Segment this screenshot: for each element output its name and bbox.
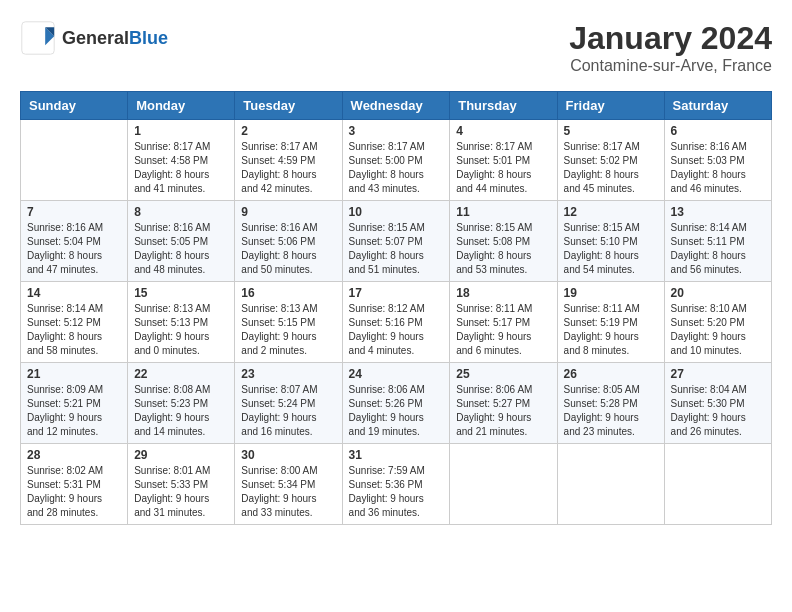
day-number: 17 (349, 286, 444, 300)
day-number: 31 (349, 448, 444, 462)
day-info: Sunrise: 7:59 AM Sunset: 5:36 PM Dayligh… (349, 464, 444, 520)
day-number: 21 (27, 367, 121, 381)
day-number: 8 (134, 205, 228, 219)
day-info: Sunrise: 8:14 AM Sunset: 5:12 PM Dayligh… (27, 302, 121, 358)
weekday-header-monday: Monday (128, 92, 235, 120)
day-info: Sunrise: 8:06 AM Sunset: 5:27 PM Dayligh… (456, 383, 550, 439)
logo-text: GeneralBlue (62, 28, 168, 49)
day-info: Sunrise: 8:08 AM Sunset: 5:23 PM Dayligh… (134, 383, 228, 439)
calendar-day-17: 17Sunrise: 8:12 AM Sunset: 5:16 PM Dayli… (342, 282, 450, 363)
calendar-day-31: 31Sunrise: 7:59 AM Sunset: 5:36 PM Dayli… (342, 444, 450, 525)
day-number: 12 (564, 205, 658, 219)
day-number: 14 (27, 286, 121, 300)
day-info: Sunrise: 8:16 AM Sunset: 5:03 PM Dayligh… (671, 140, 765, 196)
day-number: 1 (134, 124, 228, 138)
weekday-header-wednesday: Wednesday (342, 92, 450, 120)
day-info: Sunrise: 8:16 AM Sunset: 5:04 PM Dayligh… (27, 221, 121, 277)
calendar-day-11: 11Sunrise: 8:15 AM Sunset: 5:08 PM Dayli… (450, 201, 557, 282)
day-info: Sunrise: 8:16 AM Sunset: 5:06 PM Dayligh… (241, 221, 335, 277)
logo: GeneralBlue (20, 20, 168, 56)
logo-blue: Blue (129, 28, 168, 48)
location-title: Contamine-sur-Arve, France (569, 57, 772, 75)
day-number: 5 (564, 124, 658, 138)
calendar-empty-cell (21, 120, 128, 201)
day-info: Sunrise: 8:14 AM Sunset: 5:11 PM Dayligh… (671, 221, 765, 277)
calendar-empty-cell (450, 444, 557, 525)
day-number: 19 (564, 286, 658, 300)
day-number: 2 (241, 124, 335, 138)
page-header: GeneralBlue January 2024 Contamine-sur-A… (20, 20, 772, 75)
calendar-day-30: 30Sunrise: 8:00 AM Sunset: 5:34 PM Dayli… (235, 444, 342, 525)
calendar-empty-cell (664, 444, 771, 525)
day-number: 10 (349, 205, 444, 219)
calendar-week-row: 7Sunrise: 8:16 AM Sunset: 5:04 PM Daylig… (21, 201, 772, 282)
calendar-day-8: 8Sunrise: 8:16 AM Sunset: 5:05 PM Daylig… (128, 201, 235, 282)
day-number: 4 (456, 124, 550, 138)
day-info: Sunrise: 8:07 AM Sunset: 5:24 PM Dayligh… (241, 383, 335, 439)
calendar-empty-cell (557, 444, 664, 525)
calendar-day-16: 16Sunrise: 8:13 AM Sunset: 5:15 PM Dayli… (235, 282, 342, 363)
title-area: January 2024 Contamine-sur-Arve, France (569, 20, 772, 75)
calendar-day-23: 23Sunrise: 8:07 AM Sunset: 5:24 PM Dayli… (235, 363, 342, 444)
day-number: 23 (241, 367, 335, 381)
calendar-day-19: 19Sunrise: 8:11 AM Sunset: 5:19 PM Dayli… (557, 282, 664, 363)
day-info: Sunrise: 8:15 AM Sunset: 5:08 PM Dayligh… (456, 221, 550, 277)
calendar-day-14: 14Sunrise: 8:14 AM Sunset: 5:12 PM Dayli… (21, 282, 128, 363)
calendar-week-row: 21Sunrise: 8:09 AM Sunset: 5:21 PM Dayli… (21, 363, 772, 444)
day-number: 7 (27, 205, 121, 219)
calendar-day-15: 15Sunrise: 8:13 AM Sunset: 5:13 PM Dayli… (128, 282, 235, 363)
calendar-day-4: 4Sunrise: 8:17 AM Sunset: 5:01 PM Daylig… (450, 120, 557, 201)
generalblue-logo-icon (20, 20, 56, 56)
day-number: 28 (27, 448, 121, 462)
calendar-day-26: 26Sunrise: 8:05 AM Sunset: 5:28 PM Dayli… (557, 363, 664, 444)
day-info: Sunrise: 8:17 AM Sunset: 5:02 PM Dayligh… (564, 140, 658, 196)
weekday-header-friday: Friday (557, 92, 664, 120)
calendar-day-12: 12Sunrise: 8:15 AM Sunset: 5:10 PM Dayli… (557, 201, 664, 282)
day-number: 22 (134, 367, 228, 381)
day-number: 27 (671, 367, 765, 381)
calendar-day-20: 20Sunrise: 8:10 AM Sunset: 5:20 PM Dayli… (664, 282, 771, 363)
day-number: 30 (241, 448, 335, 462)
day-number: 11 (456, 205, 550, 219)
logo-general: General (62, 28, 129, 48)
day-info: Sunrise: 8:16 AM Sunset: 5:05 PM Dayligh… (134, 221, 228, 277)
day-number: 3 (349, 124, 444, 138)
day-info: Sunrise: 8:17 AM Sunset: 5:01 PM Dayligh… (456, 140, 550, 196)
day-number: 29 (134, 448, 228, 462)
calendar-header-row: SundayMondayTuesdayWednesdayThursdayFrid… (21, 92, 772, 120)
calendar-table: SundayMondayTuesdayWednesdayThursdayFrid… (20, 91, 772, 525)
calendar-day-3: 3Sunrise: 8:17 AM Sunset: 5:00 PM Daylig… (342, 120, 450, 201)
day-number: 6 (671, 124, 765, 138)
day-info: Sunrise: 8:11 AM Sunset: 5:19 PM Dayligh… (564, 302, 658, 358)
calendar-day-9: 9Sunrise: 8:16 AM Sunset: 5:06 PM Daylig… (235, 201, 342, 282)
calendar-day-24: 24Sunrise: 8:06 AM Sunset: 5:26 PM Dayli… (342, 363, 450, 444)
month-title: January 2024 (569, 20, 772, 57)
day-info: Sunrise: 8:09 AM Sunset: 5:21 PM Dayligh… (27, 383, 121, 439)
calendar-day-22: 22Sunrise: 8:08 AM Sunset: 5:23 PM Dayli… (128, 363, 235, 444)
calendar-day-25: 25Sunrise: 8:06 AM Sunset: 5:27 PM Dayli… (450, 363, 557, 444)
day-info: Sunrise: 8:17 AM Sunset: 4:59 PM Dayligh… (241, 140, 335, 196)
calendar-day-10: 10Sunrise: 8:15 AM Sunset: 5:07 PM Dayli… (342, 201, 450, 282)
calendar-day-28: 28Sunrise: 8:02 AM Sunset: 5:31 PM Dayli… (21, 444, 128, 525)
calendar-day-29: 29Sunrise: 8:01 AM Sunset: 5:33 PM Dayli… (128, 444, 235, 525)
day-info: Sunrise: 8:02 AM Sunset: 5:31 PM Dayligh… (27, 464, 121, 520)
day-number: 13 (671, 205, 765, 219)
weekday-header-tuesday: Tuesday (235, 92, 342, 120)
calendar-day-13: 13Sunrise: 8:14 AM Sunset: 5:11 PM Dayli… (664, 201, 771, 282)
calendar-day-6: 6Sunrise: 8:16 AM Sunset: 5:03 PM Daylig… (664, 120, 771, 201)
calendar-day-27: 27Sunrise: 8:04 AM Sunset: 5:30 PM Dayli… (664, 363, 771, 444)
day-number: 20 (671, 286, 765, 300)
calendar-day-5: 5Sunrise: 8:17 AM Sunset: 5:02 PM Daylig… (557, 120, 664, 201)
day-info: Sunrise: 8:05 AM Sunset: 5:28 PM Dayligh… (564, 383, 658, 439)
calendar-week-row: 28Sunrise: 8:02 AM Sunset: 5:31 PM Dayli… (21, 444, 772, 525)
day-number: 26 (564, 367, 658, 381)
day-number: 24 (349, 367, 444, 381)
day-info: Sunrise: 8:10 AM Sunset: 5:20 PM Dayligh… (671, 302, 765, 358)
calendar-day-1: 1Sunrise: 8:17 AM Sunset: 4:58 PM Daylig… (128, 120, 235, 201)
day-number: 25 (456, 367, 550, 381)
calendar-day-18: 18Sunrise: 8:11 AM Sunset: 5:17 PM Dayli… (450, 282, 557, 363)
calendar-week-row: 14Sunrise: 8:14 AM Sunset: 5:12 PM Dayli… (21, 282, 772, 363)
day-info: Sunrise: 8:13 AM Sunset: 5:13 PM Dayligh… (134, 302, 228, 358)
day-info: Sunrise: 8:06 AM Sunset: 5:26 PM Dayligh… (349, 383, 444, 439)
day-number: 16 (241, 286, 335, 300)
